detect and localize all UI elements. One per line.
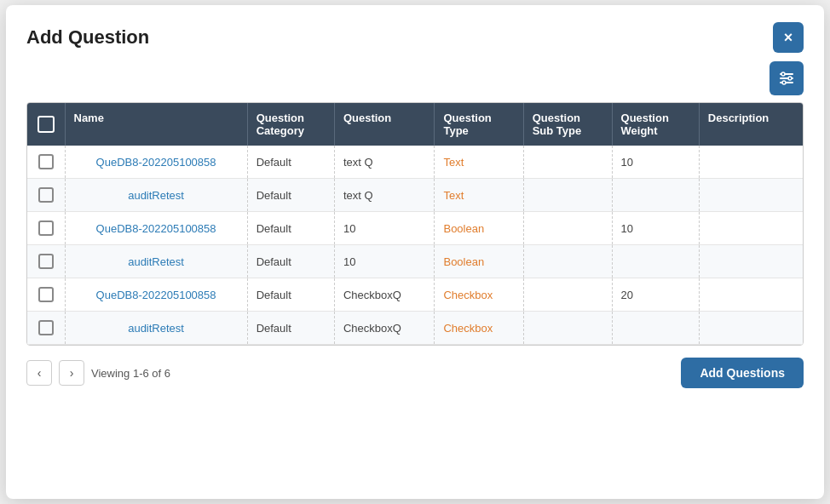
- table-row: QueDB8-202205100858Default10Boolean10: [27, 212, 803, 245]
- table-row: QueDB8-202205100858DefaultCheckboxQCheck…: [27, 278, 803, 312]
- row-question: 10: [334, 212, 435, 245]
- filter-row: [26, 61, 804, 95]
- row-category: Default: [247, 245, 334, 278]
- next-page-button[interactable]: ›: [59, 360, 84, 386]
- header-question: Question: [334, 103, 435, 146]
- row-checkbox-cell: [27, 179, 65, 212]
- table-row: auditRetestDefaulttext QText: [27, 179, 803, 212]
- row-name: QueDB8-202205100858: [65, 146, 247, 179]
- row-checkbox[interactable]: [38, 154, 54, 169]
- row-checkbox-cell: [27, 312, 65, 345]
- row-question: CheckboxQ: [334, 312, 435, 345]
- row-description: [699, 245, 803, 278]
- table-container: Name QuestionCategory Question QuestionT…: [26, 102, 804, 346]
- header-weight: QuestionWeight: [612, 103, 699, 146]
- svg-point-5: [782, 81, 786, 84]
- filter-button[interactable]: [769, 61, 804, 95]
- row-description: [699, 212, 803, 245]
- add-questions-button[interactable]: Add Questions: [681, 358, 804, 388]
- row-question: 10: [334, 245, 435, 278]
- row-type: Boolean: [435, 245, 523, 278]
- table-body: QueDB8-202205100858Defaulttext QText10au…: [27, 146, 803, 345]
- row-description: [699, 179, 803, 212]
- row-checkbox[interactable]: [38, 187, 54, 203]
- table-row: QueDB8-202205100858Defaulttext QText10: [27, 146, 803, 179]
- header-name: Name: [65, 103, 247, 146]
- row-type: Checkbox: [435, 312, 523, 345]
- table-header-row: Name QuestionCategory Question QuestionT…: [27, 103, 803, 146]
- row-description: [699, 146, 803, 179]
- row-subtype: [523, 179, 612, 212]
- row-name: QueDB8-202205100858: [65, 278, 247, 312]
- row-checkbox-cell: [27, 278, 65, 312]
- row-subtype: [523, 146, 612, 179]
- svg-point-3: [781, 72, 785, 76]
- row-question: CheckboxQ: [334, 278, 435, 312]
- row-weight: 10: [612, 146, 699, 179]
- row-subtype: [523, 278, 612, 312]
- row-question: text Q: [334, 179, 435, 212]
- header-subtype: QuestionSub Type: [523, 103, 612, 146]
- header-description: Description: [699, 103, 803, 146]
- header-category: QuestionCategory: [247, 103, 334, 146]
- row-subtype: [523, 245, 612, 278]
- questions-table: Name QuestionCategory Question QuestionT…: [27, 103, 803, 345]
- row-type: Text: [435, 146, 523, 179]
- row-subtype: [523, 312, 612, 345]
- row-checkbox[interactable]: [38, 320, 54, 335]
- row-checkbox-cell: [27, 146, 65, 179]
- row-checkbox-cell: [27, 245, 65, 278]
- prev-page-button[interactable]: ‹: [26, 360, 52, 386]
- modal-title: Add Question: [26, 26, 149, 49]
- filter-icon: [777, 69, 796, 88]
- row-type: Text: [435, 179, 523, 212]
- row-weight: [612, 179, 699, 212]
- row-description: [699, 278, 803, 312]
- row-checkbox[interactable]: [38, 287, 54, 302]
- row-weight: [612, 245, 699, 278]
- row-subtype: [523, 212, 612, 245]
- row-name: QueDB8-202205100858: [65, 212, 247, 245]
- row-weight: [612, 312, 699, 345]
- add-question-modal: Add Question × Name Question: [6, 5, 824, 499]
- header-checkbox-cell: [27, 103, 65, 146]
- row-checkbox[interactable]: [38, 254, 54, 269]
- row-category: Default: [247, 212, 334, 245]
- row-category: Default: [247, 179, 334, 212]
- pagination: ‹ › Viewing 1-6 of 6: [26, 360, 170, 386]
- row-name: auditRetest: [65, 179, 247, 212]
- close-button[interactable]: ×: [773, 22, 804, 53]
- table-row: auditRetestDefaultCheckboxQCheckbox: [27, 312, 803, 345]
- modal-header: Add Question ×: [26, 22, 804, 53]
- row-checkbox[interactable]: [38, 220, 54, 236]
- row-description: [699, 312, 803, 345]
- header-type: QuestionType: [435, 103, 523, 146]
- row-weight: 10: [612, 212, 699, 245]
- viewing-text: Viewing 1-6 of 6: [91, 367, 170, 380]
- row-type: Boolean: [435, 212, 523, 245]
- row-category: Default: [247, 278, 334, 312]
- row-weight: 20: [612, 278, 699, 312]
- row-name: auditRetest: [65, 312, 247, 345]
- svg-point-4: [788, 77, 792, 80]
- select-all-checkbox[interactable]: [37, 116, 55, 133]
- row-checkbox-cell: [27, 212, 65, 245]
- table-row: auditRetestDefault10Boolean: [27, 245, 803, 278]
- row-category: Default: [247, 312, 334, 345]
- row-question: text Q: [334, 146, 435, 179]
- footer: ‹ › Viewing 1-6 of 6 Add Questions: [26, 358, 804, 388]
- row-type: Checkbox: [435, 278, 523, 312]
- row-category: Default: [247, 146, 334, 179]
- row-name: auditRetest: [65, 245, 247, 278]
